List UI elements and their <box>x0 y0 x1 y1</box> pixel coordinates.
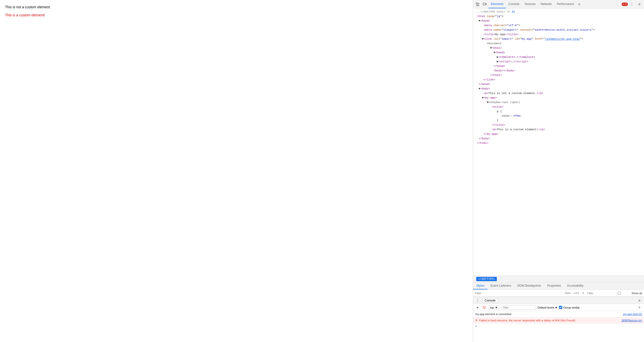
dom-line-css-close-brace[interactable]: } <box>473 118 644 123</box>
selected-tag-pill[interactable]: <!DOCTYPE> <box>476 277 497 281</box>
console-prompt-row[interactable]: > <box>473 324 644 329</box>
tab-sources[interactable]: Sources <box>522 0 538 8</box>
devtools-right-icons: ✕ 1 ⋮ ✕ <box>622 1 643 8</box>
hov-button[interactable]: :hov <box>564 291 571 295</box>
console-settings-button[interactable]: ⚙ <box>637 305 642 310</box>
dom-line-html[interactable]: <html lang="ja"> <box>473 14 644 19</box>
page-text-2: This is a custom element! <box>5 13 468 17</box>
subtab-accessibility[interactable]: Accessibility <box>564 282 586 289</box>
execute-script-button[interactable]: ▶ <box>475 305 480 310</box>
error-icon-small: ✕ <box>623 3 624 6</box>
clear-console-button[interactable]: 🚫 <box>482 305 487 310</box>
subtab-event-listeners[interactable]: Event Listeners <box>488 282 514 289</box>
dom-line-meta-charset[interactable]: <meta charset="utf-8"> <box>473 23 644 28</box>
console-toolbar: ▶ 🚫 top ▼ Default levels ▼ Group similar… <box>473 304 644 311</box>
error-row-icon: ✕ <box>475 318 478 322</box>
devtools-topbar: Elements Console Sources Network Perform… <box>473 0 644 9</box>
console-drawer-header: ⋮ Console ✕ <box>473 297 644 304</box>
group-similar-control: Group similar <box>559 306 580 309</box>
subtab-dom-breakpoints[interactable]: DOM Breakpoints <box>514 282 544 289</box>
dom-line-inner-html[interactable]: ▼<html> <box>473 46 644 50</box>
page-text-1: This is not a custom element. <box>5 5 468 9</box>
context-selector[interactable]: top ▼ <box>488 305 499 310</box>
show-all-label: Show all <box>631 292 642 295</box>
dom-line-p-custom[interactable]: <p>This is a custom element!</p> <box>473 127 644 132</box>
console-close-button[interactable]: ✕ <box>637 298 642 303</box>
subtab-styles[interactable]: Styles <box>473 282 488 289</box>
dom-line-body-close[interactable]: </body> <box>473 136 644 141</box>
error-count: 1 <box>625 3 627 6</box>
inspect-element-button[interactable] <box>474 1 481 8</box>
context-dropdown-icon: ▼ <box>495 306 498 309</box>
dom-line-style-open[interactable]: <style> <box>473 105 644 109</box>
cls-button[interactable]: .cls <box>573 291 579 295</box>
default-levels-dropdown-icon: ▼ <box>555 306 557 309</box>
dom-line-meta-viewport[interactable]: <meta name="viewport" content="width=dev… <box>473 28 644 32</box>
dom-line-inner-body[interactable]: <body></body> <box>473 68 644 73</box>
close-devtools-button[interactable]: ✕ <box>636 1 643 8</box>
page-content: This is not a custom element. This is a … <box>0 0 473 342</box>
more-tabs-button[interactable]: » <box>577 2 582 7</box>
svg-rect-6 <box>486 4 487 5</box>
device-toolbar-button[interactable] <box>481 1 488 8</box>
tab-network[interactable]: Network <box>538 0 554 8</box>
close-icon: ✕ <box>638 2 641 6</box>
svg-rect-5 <box>483 3 486 5</box>
console-filter-input[interactable] <box>501 305 536 310</box>
styles-filter-bar: :hov .cls + Show all <box>473 290 644 297</box>
dom-line-css-color[interactable]: color: #f00; <box>473 114 644 118</box>
devtools-tabs: Elements Console Sources Network Perform… <box>488 0 622 8</box>
add-style-button[interactable]: + <box>581 291 585 295</box>
group-similar-checkbox[interactable] <box>559 306 562 309</box>
dom-line-my-app-close[interactable]: </my-app> <box>473 132 644 136</box>
dom-line-doctype[interactable]: ...<!DOCTYPE html> == $0 <box>473 10 644 14</box>
computed-filter-input[interactable] <box>587 292 607 295</box>
console-link-1[interactable]: my-app.html:22 <box>623 312 642 316</box>
console-error-row: ✕ Failed to load resource: the server re… <box>473 317 644 324</box>
dom-line-script[interactable]: ▶<script>…</script> <box>473 59 644 64</box>
console-row: my-app element is connected my-app.html:… <box>473 311 644 317</box>
dom-line-body-open[interactable]: ▼<body> <box>473 87 644 91</box>
dom-line-inner-head[interactable]: ▼<head> <box>473 50 644 55</box>
tab-performance[interactable]: Performance <box>554 0 577 8</box>
tab-console[interactable]: Console <box>506 0 522 8</box>
console-drawer: ⋮ Console ✕ ▶ 🚫 top ▼ Default levels ▼ G… <box>473 297 644 342</box>
dom-line-inner-head-close[interactable]: </head> <box>473 64 644 68</box>
dom-line-head-close[interactable]: </head> <box>473 82 644 87</box>
dom-line-template[interactable]: ▶<template>…</template> <box>473 55 644 59</box>
console-link-2[interactable]: :8080/favicon.ico <box>621 318 642 322</box>
show-all-checkbox[interactable] <box>609 292 629 295</box>
more-options-button[interactable]: ⋮ <box>628 1 635 8</box>
selected-tag-bar: <!DOCTYPE> <box>473 276 644 282</box>
more-options-icon: ⋮ <box>630 2 634 6</box>
default-levels-selector[interactable]: Default levels ▼ <box>538 306 557 309</box>
filter-right: Show all <box>587 292 642 295</box>
prompt-chevron: > <box>475 325 477 328</box>
console-tab-pill[interactable]: Console <box>482 298 498 303</box>
dom-line-my-app[interactable]: ▼<my-app> <box>473 96 644 100</box>
styles-filter-input[interactable] <box>475 292 562 295</box>
dom-line-inner-html-close[interactable]: </html> <box>473 73 644 77</box>
console-output: my-app element is connected my-app.html:… <box>473 311 644 342</box>
sub-tabs: Styles Event Listeners DOM Breakpoints P… <box>473 282 644 290</box>
dom-line-link[interactable]: ▼<link rel="import" id="my-app" href="/e… <box>473 37 644 41</box>
error-badge: ✕ 1 <box>622 3 628 6</box>
dom-tree: ...<!DOCTYPE html> == $0 <html lang="ja"… <box>473 9 644 276</box>
dom-line-document[interactable]: #document <box>473 41 644 46</box>
svg-rect-0 <box>476 3 477 4</box>
dom-line-p[interactable]: <p>This is not a custom element.</p> <box>473 91 644 96</box>
devtools-panel: Elements Console Sources Network Perform… <box>473 0 644 342</box>
dom-line-css-p[interactable]: p { <box>473 109 644 114</box>
dom-line-head-open[interactable]: ▼<head> <box>473 19 644 23</box>
console-more-button[interactable]: ⋮ <box>475 298 480 303</box>
dom-line-link-close[interactable]: </link> <box>473 77 644 82</box>
dom-line-html-close[interactable]: </html> <box>473 141 644 145</box>
dom-line-style-close[interactable]: </style> <box>473 123 644 127</box>
tab-elements[interactable]: Elements <box>488 0 506 8</box>
dom-line-shadow-root[interactable]: ▼#shadow-root (open) <box>473 100 644 105</box>
subtab-properties[interactable]: Properties <box>544 282 564 289</box>
dom-line-title[interactable]: <title>My App</title> <box>473 32 644 37</box>
